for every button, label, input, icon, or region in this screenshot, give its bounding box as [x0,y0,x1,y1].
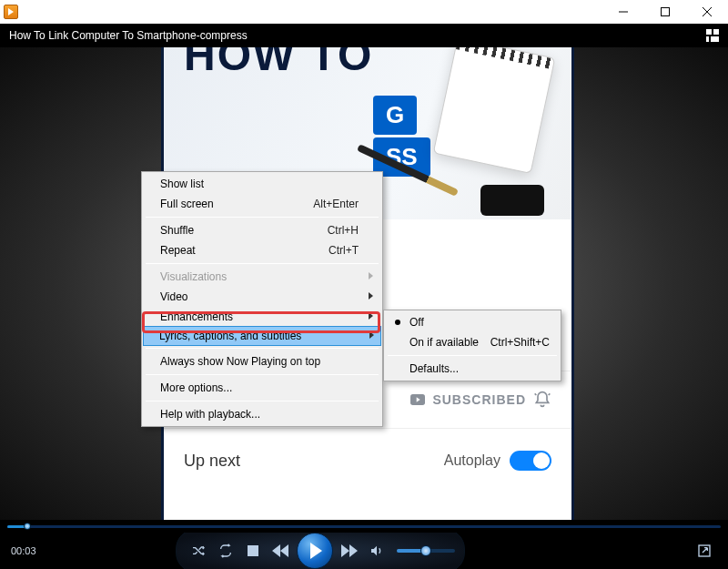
submenu-on-if-available[interactable]: On if availableCtrl+Shift+C [386,332,559,352]
minimize-button[interactable] [602,0,644,24]
playback-time: 00:03 [11,545,56,556]
menu-visualizations: Visualizations [144,267,380,287]
svg-rect-2 [713,29,719,35]
menu-always-on-top[interactable]: Always show Now Playing on top [144,351,380,371]
upnext-label: Up next [184,452,444,471]
svg-rect-1 [706,29,712,35]
close-button[interactable] [686,0,728,24]
app-icon [4,5,18,19]
switch-view-icon[interactable] [706,29,719,42]
menu-separator [146,374,379,375]
autoplay-toggle [510,451,551,471]
seek-track [7,525,721,528]
menu-separator [146,263,379,264]
menu-shuffle[interactable]: ShuffleCtrl+H [144,220,380,240]
svg-rect-0 [662,8,670,16]
notepad-graphic [433,47,556,174]
bell-icon [533,391,551,409]
menu-show-list[interactable]: Show list [144,174,380,194]
chevron-right-icon [369,292,373,300]
lyrics-submenu: Off On if availableCtrl+Shift+C Defaults… [383,310,561,381]
volume-slider[interactable] [397,549,455,553]
previous-button[interactable] [268,538,293,564]
submenu-defaults[interactable]: Defaults... [386,359,559,379]
menu-separator [146,401,379,401]
upnext-row: Up next Autoplay [164,429,571,493]
volume-knob[interactable] [420,545,431,556]
menu-separator [146,217,379,218]
menu-more-options[interactable]: More options... [144,378,380,398]
chevron-right-icon [369,272,373,279]
seek-thumb[interactable] [24,523,31,530]
menu-enhancements[interactable]: Enhancements [144,307,380,327]
youtube-icon [410,394,425,405]
play-button[interactable] [297,533,333,569]
context-menu: Show list Full screenAlt+Enter ShuffleCt… [141,171,383,427]
video-stage[interactable]: HOW TO G SS Like Dislike Share Download [0,47,728,520]
submenu-off[interactable]: Off [386,312,559,332]
video-title: How To Link Computer To Smartphone-compr… [9,29,248,42]
play-icon [310,543,322,559]
phone-graphic [480,185,544,216]
repeat-button[interactable] [213,538,238,564]
menu-separator [388,355,557,356]
window-titlebar [0,0,728,24]
shuffle-button[interactable] [186,538,211,564]
menu-separator [146,348,379,349]
playback-controls: 00:03 [0,533,728,569]
chevron-right-icon [369,312,373,320]
menu-lyrics-captions-subtitles[interactable]: Lyrics, captions, and subtitles [143,326,381,346]
next-button[interactable] [337,538,362,564]
subscribed-badge: SUBSCRIBED [410,391,551,409]
video-title-bar: How To Link Computer To Smartphone-compr… [0,24,728,47]
radio-selected-icon [395,320,400,325]
menu-full-screen[interactable]: Full screenAlt+Enter [144,194,380,214]
autoplay-label: Autoplay [444,452,500,469]
maximize-button[interactable] [644,0,686,24]
fullscreen-button[interactable] [692,538,717,564]
svg-rect-4 [711,36,719,42]
menu-repeat[interactable]: RepeatCtrl+T [144,240,380,260]
chevron-right-icon [369,331,374,339]
seek-bar[interactable] [0,520,728,533]
mute-button[interactable] [364,538,389,564]
menu-video[interactable]: Video [144,287,380,307]
hero-tag-1: G [373,96,417,135]
hero-headline: HOW TO [184,47,373,80]
svg-rect-6 [248,545,258,556]
svg-rect-3 [706,36,709,42]
menu-help-playback[interactable]: Help with playback... [144,404,380,424]
stop-button[interactable] [240,538,266,564]
control-cluster [176,529,465,569]
